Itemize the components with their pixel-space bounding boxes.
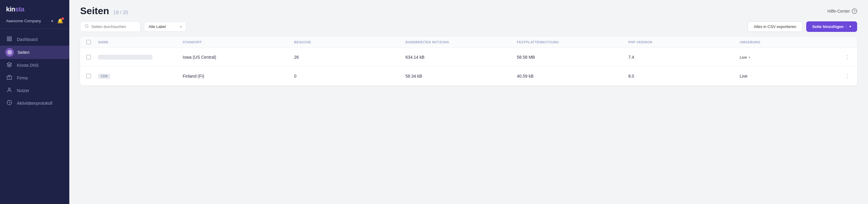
svg-point-9 [8,88,10,90]
table-header: NAME ↑ STANDORT ↓ BESUCHE BANDBREITEN NU… [80,37,857,48]
header-left: Seiten 19 / 20 [80,5,128,16]
th-name: NAME ↑ [98,40,183,44]
svg-rect-0 [7,37,9,38]
toolbar: Alle Label ▾ Alles in CSV exportieren Se… [69,16,868,37]
row1-bandbreiten: 634.14 kB [405,55,517,60]
sidebar-item-label: Aktivitätenprotokoll [17,101,53,106]
row1-umgebung: Live ▾ ⋮ [740,53,851,62]
company-selector[interactable]: Awesome Company ▾ 🔔 [0,16,69,29]
sort-desc-icon: ↓ [203,41,205,44]
notifications[interactable]: 🔔 [57,18,63,24]
page-count: 19 / 20 [113,10,128,15]
live-caret-icon: ▾ [749,56,750,59]
row2-php: 8.0 [628,74,740,78]
th-umgebung: UMGEBUNG [740,40,851,44]
row2-name: CDN [98,73,183,79]
svg-rect-2 [7,39,9,41]
search-box[interactable] [80,21,141,32]
row2-more-button[interactable]: ⋮ [843,72,851,81]
search-icon [85,24,89,29]
th-standort: STANDORT ↓ [183,40,294,44]
sidebar-item-label: Firma [17,75,28,80]
row2-umgebung: Live ⋮ [740,72,851,81]
sort-asc-icon: ↑ [110,41,111,44]
sidebar-item-kinsta-dns[interactable]: Kinsta DNS [0,59,69,72]
page-title: Seiten [80,5,109,16]
sidebar-item-seiten[interactable]: Seiten [0,46,69,59]
sidebar-item-label: Nutzer [17,88,29,93]
seiten-icon-circle [5,48,14,57]
th-php: PHP VERSION [628,40,740,44]
live-label: Live [740,74,747,78]
help-icon: ? [852,8,857,14]
svg-point-4 [8,50,11,54]
row1-standort: Iowa (US Central) [183,55,294,60]
live-label: Live [740,55,747,60]
sidebar-item-nutzer[interactable]: Nutzer [0,84,69,97]
row2-festplatten: 40.59 kB [517,74,628,78]
th-festplatten: FESTPLATTENNUTZUNG [517,40,628,44]
svg-point-11 [85,25,88,27]
row1-checkbox[interactable] [86,55,98,60]
sidebar: kinsta Awesome Company ▾ 🔔 Dashboard [0,0,69,204]
row1-festplatten: 58.58 MB [517,55,628,60]
header: Seiten 19 / 20 Hilfe-Center ? [69,0,868,16]
add-page-label: Seite hinzufügen [812,24,844,29]
help-center-link[interactable]: Hilfe-Center ? [827,8,857,14]
svg-rect-3 [10,39,11,41]
svg-point-5 [9,52,10,53]
sidebar-item-label: Kinsta DNS [17,63,38,68]
export-csv-button[interactable]: Alles in CSV exportieren [747,21,803,32]
row1-php: 7.4 [628,55,740,60]
dns-icon [6,62,13,69]
label-dropdown[interactable]: Alle Label ▾ [144,22,186,32]
firma-icon [6,75,13,81]
dashboard-icon [6,36,13,43]
chevron-down-icon: ▾ [180,25,182,29]
sidebar-item-aktivitaet[interactable]: Aktivitätenprotokoll [0,97,69,109]
pages-table: NAME ↑ STANDORT ↓ BESUCHE BANDBREITEN NU… [80,37,857,86]
label-dropdown-value: Alle Label [149,24,166,29]
sidebar-item-dashboard[interactable]: Dashboard [0,33,69,46]
live-dropdown[interactable]: Live ▾ [740,55,750,60]
row2-besuche: 0 [294,74,406,78]
logo: kinsta [0,0,69,16]
select-all-checkbox[interactable] [86,40,91,44]
th-bandbreiten: BANDBREITEN NUTZUNG [405,40,517,44]
row1-besuche: 26 [294,55,406,60]
name-placeholder [98,55,153,60]
nav: Dashboard Seiten Kinsta DNS [0,29,69,204]
th-checkbox [86,40,98,44]
row1-more-button[interactable]: ⋮ [843,53,851,62]
help-center-label: Hilfe-Center [827,9,850,13]
sidebar-item-label: Dashboard [17,37,38,42]
row2-checkbox[interactable] [86,74,98,78]
row1-name [98,55,183,60]
chevron-down-icon: ▾ [51,19,53,23]
notification-dot [61,18,64,20]
table-row: Iowa (US Central) 26 634.14 kB 58.58 MB … [80,48,857,67]
row2-bandbreiten: 58.34 kB [405,74,517,78]
table-row: CDN Finland (FI) 0 58.34 kB 40.59 kB 8.0… [80,67,857,86]
sidebar-item-firma[interactable]: Firma [0,72,69,84]
main-content: Seiten 19 / 20 Hilfe-Center ? Alle Label… [69,0,868,204]
th-besuche: BESUCHE [294,40,406,44]
aktivitaet-icon [6,100,13,106]
add-page-caret-icon: ▾ [846,25,851,29]
svg-line-12 [88,27,89,28]
nutzer-icon [6,87,13,94]
add-page-button[interactable]: Seite hinzufügen ▾ [806,21,857,32]
row2-standort: Finland (FI) [183,74,294,78]
logo-text: kinsta [6,5,24,13]
sidebar-item-label: Seiten [18,50,30,55]
company-name: Awesome Company [6,19,50,23]
search-input[interactable] [91,24,136,29]
cdn-badge: CDN [98,74,110,79]
svg-rect-1 [10,37,11,38]
